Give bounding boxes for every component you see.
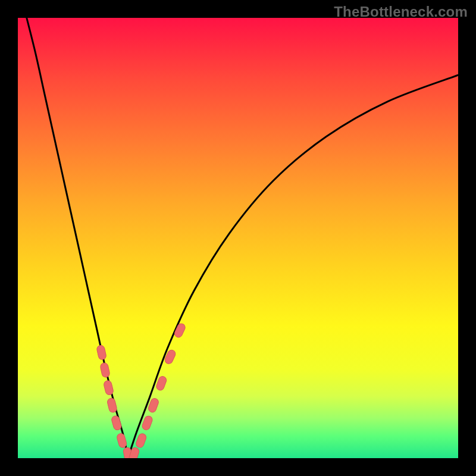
marker-pill <box>107 397 117 413</box>
chart-frame: TheBottleneck.com <box>0 0 476 476</box>
watermark-text: TheBottleneck.com <box>334 4 468 20</box>
series-right-branch <box>128 75 458 458</box>
marker-pill <box>135 433 148 449</box>
marker-pill <box>103 380 114 395</box>
curve-svg <box>18 18 458 458</box>
marker-pill <box>96 345 107 360</box>
marker-pill <box>111 415 122 431</box>
data-markers <box>96 322 187 458</box>
bottleneck-curve <box>27 18 458 458</box>
marker-pill <box>100 362 111 378</box>
plot-area <box>18 18 458 458</box>
marker-pill <box>116 433 127 449</box>
marker-pill <box>173 322 186 339</box>
